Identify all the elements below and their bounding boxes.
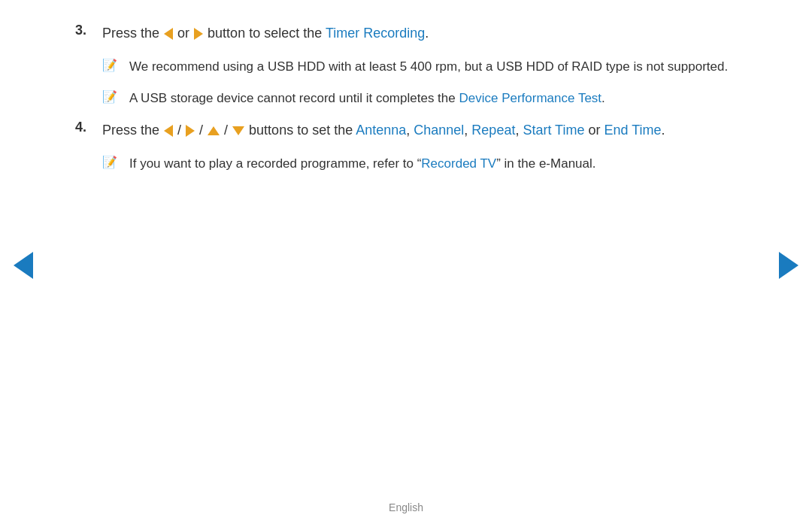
- end-time-link: End Time: [604, 123, 661, 138]
- note-1-icon: 📝: [102, 58, 123, 72]
- step4-right-arrow-icon: [186, 125, 195, 137]
- device-performance-link: Device Performance Test: [459, 91, 601, 105]
- repeat-link: Repeat: [471, 123, 515, 138]
- step4-left-arrow-icon: [164, 125, 173, 137]
- step-4: 4. Press the / / / buttons to set the An…: [75, 120, 737, 141]
- left-arrow-icon: [164, 28, 173, 40]
- note-2: 📝 A USB storage device cannot record unt…: [102, 88, 737, 109]
- recorded-tv-link: Recorded TV: [421, 156, 496, 171]
- step4-up-arrow-icon: [208, 126, 220, 135]
- step4-down-arrow-icon: [232, 126, 244, 135]
- antenna-link: Antenna: [356, 123, 406, 138]
- note-2-icon: 📝: [102, 89, 123, 104]
- note-3-icon: 📝: [102, 155, 123, 169]
- step-4-text: Press the / / / buttons to set the Anten…: [102, 120, 665, 141]
- note-1: 📝 We recommend using a USB HDD with at l…: [102, 56, 737, 77]
- content-area: 3. Press the or button to select the Tim…: [75, 23, 737, 174]
- step-3-text: Press the or button to select the Timer …: [102, 23, 429, 44]
- step-3: 3. Press the or button to select the Tim…: [75, 23, 737, 44]
- note-3-text: If you want to play a recorded programme…: [129, 153, 596, 174]
- step3-or-text: or: [177, 26, 189, 41]
- footer-language: English: [389, 501, 423, 513]
- timer-recording-link: Timer Recording: [326, 26, 425, 41]
- start-time-link: Start Time: [523, 123, 584, 138]
- note-2-text: A USB storage device cannot record until…: [129, 88, 605, 109]
- step-4-number: 4.: [75, 120, 99, 135]
- note-3: 📝 If you want to play a recorded program…: [102, 153, 737, 174]
- channel-link: Channel: [414, 123, 464, 138]
- right-arrow-icon: [194, 28, 203, 40]
- step-3-number: 3.: [75, 23, 99, 38]
- note-1-text: We recommend using a USB HDD with at lea…: [129, 56, 728, 77]
- page-container: 3. Press the or button to select the Tim…: [0, 0, 812, 530]
